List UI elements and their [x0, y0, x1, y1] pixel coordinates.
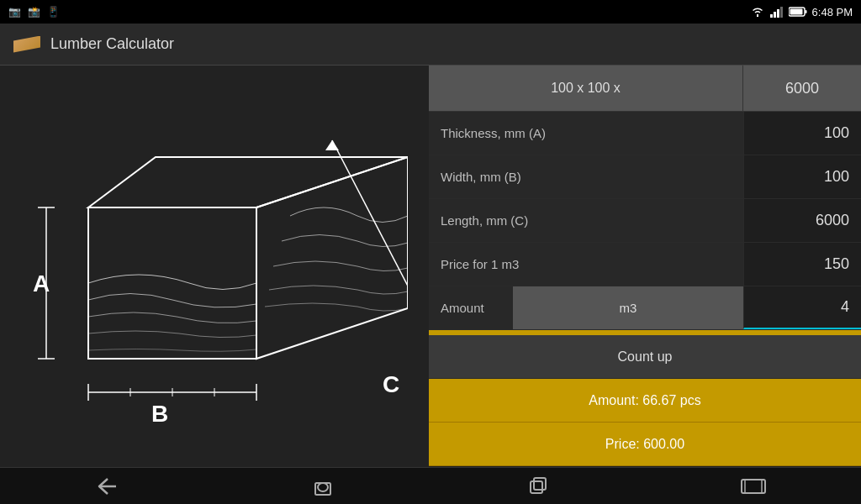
diagram-panel: A B C [0, 66, 429, 467]
back-button[interactable] [82, 468, 133, 505]
svg-marker-22 [325, 140, 339, 150]
svg-marker-9 [256, 157, 408, 359]
status-left-icons: 📷 📸 📱 [8, 6, 60, 18]
result-price: Price: 600.00 [429, 423, 861, 466]
lumber-diagram: A B C [21, 90, 408, 443]
wifi-icon [750, 6, 765, 18]
svg-text:A: A [33, 270, 50, 297]
back-icon [96, 477, 119, 496]
svg-rect-3 [780, 7, 783, 18]
amount-row: Amount m3 4 [429, 286, 861, 330]
price-label: Price for 1 m3 [429, 243, 743, 286]
thickness-label: Thickness, mm (A) [429, 112, 743, 155]
svg-rect-27 [318, 483, 328, 491]
signal-icon [770, 6, 784, 18]
width-row: Width, mm (B) 100 [429, 155, 861, 199]
notification-icon-1: 📷 [8, 6, 21, 18]
svg-rect-5 [805, 10, 806, 13]
notification-icon-2: 📸 [28, 6, 40, 18]
dimension-label[interactable]: 100 x 100 x [429, 66, 743, 111]
svg-text:C: C [383, 371, 399, 397]
amount-unit[interactable]: m3 [513, 286, 743, 329]
home-button[interactable] [298, 468, 348, 505]
app-header: Lumber Calculator [0, 24, 861, 66]
svg-line-21 [332, 140, 408, 318]
status-bar: 📷 📸 📱 6:48 PM [0, 0, 861, 24]
svg-rect-1 [774, 12, 776, 18]
svg-text:B: B [151, 401, 168, 427]
status-right-icons: 6:48 PM [750, 6, 853, 18]
app-title: Lumber Calculator [50, 35, 174, 53]
length-label: Length, mm (C) [429, 199, 743, 242]
thickness-value[interactable]: 100 [743, 112, 861, 155]
svg-rect-0 [770, 14, 773, 18]
recent-apps-button[interactable] [513, 468, 563, 505]
screenshot-icon [741, 477, 766, 496]
result-amount: Amount: 66.67 pcs [429, 379, 861, 423]
home-icon [313, 477, 333, 496]
screenshot-button[interactable] [728, 468, 779, 505]
battery-icon [789, 7, 807, 17]
price-row: Price for 1 m3 150 [429, 243, 861, 286]
price-value[interactable]: 150 [743, 243, 861, 286]
notification-icon-3: 📱 [47, 6, 60, 18]
lumber-icon [13, 36, 40, 53]
dimension-value[interactable]: 6000 [743, 66, 861, 111]
count-up-button[interactable]: Count up [429, 335, 861, 379]
width-label: Width, mm (B) [429, 155, 743, 198]
dimension-header-row: 100 x 100 x 6000 [429, 66, 861, 112]
amount-label: Amount [429, 286, 513, 329]
svg-rect-6 [790, 9, 802, 15]
svg-rect-28 [531, 481, 542, 493]
time-display: 6:48 PM [812, 6, 853, 18]
thickness-row: Thickness, mm (A) 100 [429, 112, 861, 155]
length-value[interactable]: 6000 [743, 199, 861, 242]
main-content: A B C 100 x 100 x 6000 Thickness, m [0, 66, 861, 467]
calculator-panel: 100 x 100 x 6000 Thickness, mm (A) 100 W… [429, 66, 861, 467]
amount-value[interactable]: 4 [743, 286, 861, 329]
svg-marker-7 [88, 207, 256, 359]
svg-marker-8 [88, 157, 408, 207]
length-row: Length, mm (C) 6000 [429, 199, 861, 243]
width-value[interactable]: 100 [743, 155, 861, 198]
recent-icon [529, 477, 547, 496]
bottom-nav [0, 467, 861, 504]
svg-rect-29 [534, 478, 546, 490]
svg-rect-2 [777, 9, 779, 18]
